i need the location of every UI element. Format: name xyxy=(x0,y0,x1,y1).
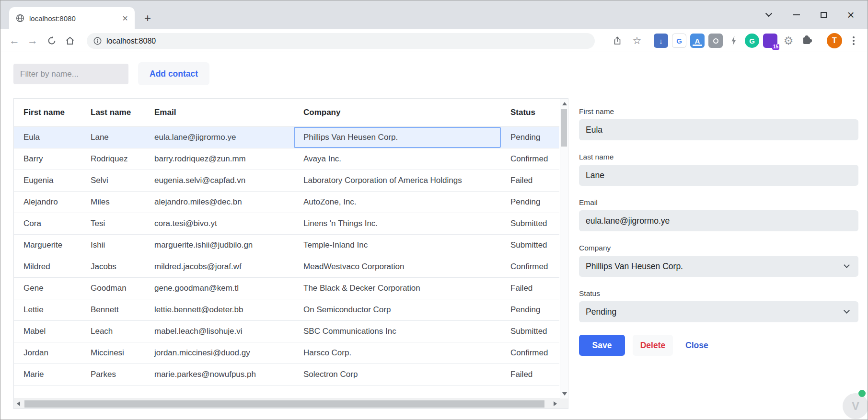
cell-email[interactable]: eula.lane@jigrormo.ye xyxy=(145,126,294,148)
cell-email[interactable]: lettie.bennett@odeter.bb xyxy=(145,299,294,320)
table-row[interactable]: LettieBennettlettie.bennett@odeter.bbOn … xyxy=(14,299,559,320)
cell-last[interactable]: Miccinesi xyxy=(81,342,145,363)
cell-email[interactable]: mabel.leach@lisohuje.vi xyxy=(145,320,294,342)
cell-company[interactable]: Phillips Van Heusen Corp. xyxy=(294,126,501,148)
cell-email[interactable]: barry.rodriquez@zun.mm xyxy=(145,148,294,170)
cell-company[interactable]: Avaya Inc. xyxy=(294,148,501,170)
cell-status[interactable]: Failed xyxy=(501,363,559,385)
cell-first[interactable]: Jordan xyxy=(14,342,81,363)
cell-company[interactable]: Harsco Corp. xyxy=(294,342,501,363)
horizontal-scroll-thumb[interactable] xyxy=(24,400,544,408)
cell-status[interactable]: Confirmed xyxy=(501,256,559,277)
cell-first[interactable]: Mildred xyxy=(14,256,81,277)
scroll-left-arrow-icon[interactable] xyxy=(17,401,20,406)
tab-close-icon[interactable]: × xyxy=(121,13,129,23)
cell-email[interactable]: eugenia.selvi@capfad.vn xyxy=(145,170,294,191)
cell-status[interactable]: Pending xyxy=(501,126,559,148)
camera-extension-icon[interactable] xyxy=(708,34,723,48)
scroll-up-arrow-icon[interactable] xyxy=(562,102,567,105)
cell-company[interactable]: The Black & Decker Corporation xyxy=(294,277,501,299)
cell-first[interactable]: Marie xyxy=(14,363,81,385)
cell-email[interactable]: cora.tesi@bivo.yt xyxy=(145,213,294,234)
table-row[interactable]: AlejandroMilesalejandro.miles@dec.bnAuto… xyxy=(14,191,559,213)
cell-status[interactable]: Failed xyxy=(501,277,559,299)
cell-company[interactable]: SBC Communications Inc xyxy=(294,320,501,342)
share-icon[interactable] xyxy=(611,34,625,48)
puzzle-extensions-icon[interactable] xyxy=(799,34,814,48)
table-row[interactable]: MildredJacobsmildred.jacobs@joraf.wfMead… xyxy=(14,256,559,277)
cell-status[interactable]: Pending xyxy=(501,191,559,213)
cell-last[interactable]: Selvi xyxy=(81,170,145,191)
cell-last[interactable]: Jacobs xyxy=(81,256,145,277)
save-button[interactable]: Save xyxy=(579,335,625,356)
cell-last[interactable]: Ishii xyxy=(81,234,145,256)
cell-last[interactable]: Leach xyxy=(81,320,145,342)
first-name-field[interactable] xyxy=(579,119,858,140)
horizontal-scrollbar[interactable] xyxy=(14,398,560,409)
cell-last[interactable]: Miles xyxy=(81,191,145,213)
table-row[interactable]: GeneGoodmangene.goodman@kem.tlThe Black … xyxy=(14,277,559,299)
cell-last[interactable]: Bennett xyxy=(81,299,145,320)
cell-email[interactable]: mildred.jacobs@joraf.wf xyxy=(145,256,294,277)
cell-status[interactable]: Submitted xyxy=(501,213,559,234)
address-bar[interactable]: localhost:8080 xyxy=(87,33,595,49)
window-menu-chevron-icon[interactable] xyxy=(759,5,778,24)
address-url[interactable]: localhost:8080 xyxy=(106,37,156,45)
last-name-field[interactable] xyxy=(579,165,858,186)
grammarly-extension-icon[interactable]: G xyxy=(745,34,759,48)
cell-first[interactable]: Marguerite xyxy=(14,234,81,256)
cell-company[interactable]: Temple-Inland Inc xyxy=(294,234,501,256)
cell-company[interactable]: On Semiconductor Corp xyxy=(294,299,501,320)
table-row[interactable]: EugeniaSelvieugenia.selvi@capfad.vnLabor… xyxy=(14,170,559,191)
close-button[interactable]: Close xyxy=(685,335,708,356)
browser-menu-icon[interactable] xyxy=(851,35,856,46)
table-row[interactable]: EulaLaneeula.lane@jigrormo.yePhillips Va… xyxy=(14,126,559,148)
cell-status[interactable]: Confirmed xyxy=(501,148,559,170)
table-row[interactable]: BarryRodriquezbarry.rodriquez@zun.mmAvay… xyxy=(14,148,559,170)
cell-first[interactable]: Lettie xyxy=(14,299,81,320)
cell-first[interactable]: Mabel xyxy=(14,320,81,342)
table-row[interactable]: MarieParkesmarie.parkes@nowufpus.phSolec… xyxy=(14,363,559,385)
cell-last[interactable]: Parkes xyxy=(81,363,145,385)
email-field[interactable] xyxy=(579,210,858,231)
window-minimize-button[interactable] xyxy=(787,5,806,24)
cell-company[interactable]: AutoZone, Inc. xyxy=(294,191,501,213)
window-maximize-button[interactable] xyxy=(814,5,833,24)
vertical-scrollbar[interactable] xyxy=(560,99,568,399)
add-contact-button[interactable]: Add contact xyxy=(138,62,209,85)
cell-status[interactable]: Submitted xyxy=(501,320,559,342)
cell-status[interactable]: Pending xyxy=(501,299,559,320)
vertical-scroll-thumb[interactable] xyxy=(561,109,567,147)
cell-last[interactable]: Rodriquez xyxy=(81,148,145,170)
download-extension-icon[interactable]: ↓ xyxy=(654,34,668,48)
lightning-extension-icon[interactable] xyxy=(727,34,741,48)
table-row[interactable]: MargueriteIshiimarguerite.ishii@judbilo.… xyxy=(14,234,559,256)
back-icon[interactable]: ← xyxy=(7,34,22,48)
home-icon[interactable] xyxy=(63,34,77,48)
company-select[interactable]: Phillips Van Heusen Corp. xyxy=(579,256,858,277)
gear-extension-icon[interactable]: ⚙ xyxy=(781,34,796,48)
cell-first[interactable]: Barry xyxy=(14,148,81,170)
cell-company[interactable]: MeadWestvaco Corporation xyxy=(294,256,501,277)
cell-status[interactable]: Confirmed xyxy=(501,342,559,363)
scroll-down-arrow-icon[interactable] xyxy=(562,392,567,396)
cell-first[interactable]: Gene xyxy=(14,277,81,299)
cell-company[interactable]: Linens 'n Things Inc. xyxy=(294,213,501,234)
cell-first[interactable]: Eula xyxy=(14,126,81,148)
status-select[interactable]: Pending xyxy=(579,301,858,322)
site-info-icon[interactable] xyxy=(93,37,102,45)
cell-last[interactable]: Tesi xyxy=(81,213,145,234)
cell-email[interactable]: marie.parkes@nowufpus.ph xyxy=(145,363,294,385)
cell-first[interactable]: Cora xyxy=(14,213,81,234)
cell-first[interactable]: Alejandro xyxy=(14,191,81,213)
cell-last[interactable]: Goodman xyxy=(81,277,145,299)
cell-company[interactable]: Solectron Corp xyxy=(294,363,501,385)
cell-email[interactable]: jordan.miccinesi@duod.gy xyxy=(145,342,294,363)
input-tools-extension-icon[interactable]: A xyxy=(690,34,705,48)
cell-email[interactable]: alejandro.miles@dec.bn xyxy=(145,191,294,213)
cell-status[interactable]: Failed xyxy=(501,170,559,191)
cell-email[interactable]: gene.goodman@kem.tl xyxy=(145,277,294,299)
window-close-button[interactable]: × xyxy=(841,5,860,24)
table-row[interactable]: JordanMiccinesijordan.miccinesi@duod.gyH… xyxy=(14,342,559,363)
bookmark-star-icon[interactable]: ☆ xyxy=(630,34,644,48)
